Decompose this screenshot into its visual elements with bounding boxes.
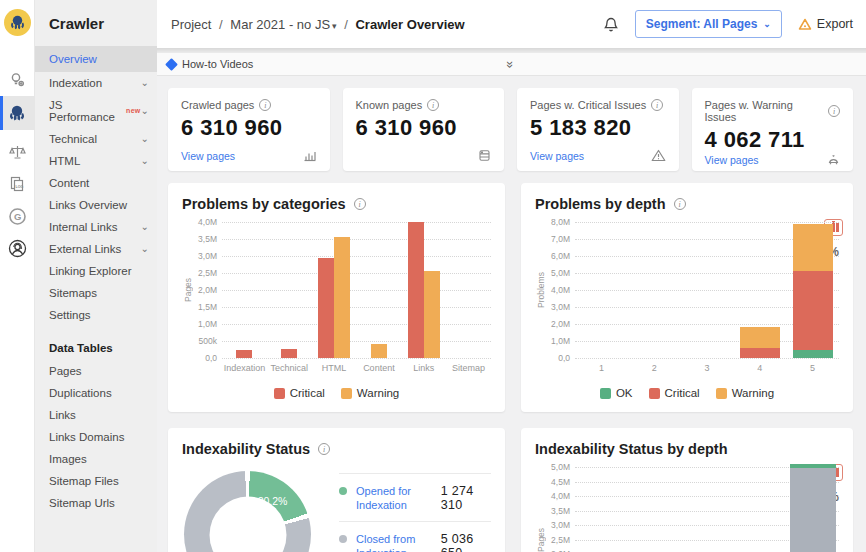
legend-label-link[interactable]: Opened for Indexation: [356, 484, 432, 512]
stacked-bar[interactable]: [684, 467, 730, 552]
stacked-bar[interactable]: [578, 467, 624, 552]
collapse-double-chevron-icon[interactable]: »: [503, 60, 518, 67]
segment-closed-from-indexation[interactable]: [790, 468, 836, 552]
sidebar-item-content[interactable]: Content: [35, 172, 157, 194]
sidebar-item-html[interactable]: HTML⌄: [35, 150, 157, 172]
segment-warning[interactable]: [740, 327, 780, 347]
bar-warning[interactable]: [371, 344, 387, 358]
segment-ok[interactable]: [793, 350, 833, 359]
y-tick-label: 2,0M: [551, 319, 570, 329]
crawler-octopus-icon[interactable]: [0, 96, 35, 130]
stacked-bar[interactable]: [793, 222, 833, 358]
kpi-label: Crawled pagesi: [181, 99, 317, 111]
bar-slot-links: [401, 222, 446, 358]
app-window: LOG G Crawler OverviewIndexation⌄JS Perf…: [0, 0, 866, 552]
legend-item-warning[interactable]: Warning: [716, 387, 774, 399]
view-pages-link[interactable]: View pages: [705, 154, 759, 166]
bar-slot-1: [575, 467, 628, 552]
sidebar-item-label: Internal Links: [49, 221, 117, 233]
y-tick-label: 5,0M: [551, 268, 570, 278]
segment-critical[interactable]: [740, 348, 780, 358]
info-icon[interactable]: i: [427, 99, 439, 111]
view-pages-link[interactable]: View pages: [181, 150, 235, 162]
sidebar-item-links-domains[interactable]: Links Domains: [35, 426, 157, 448]
stacked-bar[interactable]: [737, 467, 783, 552]
botify-logo[interactable]: [4, 9, 31, 36]
info-icon[interactable]: i: [259, 99, 271, 111]
legend-label-link[interactable]: Closed from Indexation: [356, 532, 432, 552]
log-files-icon[interactable]: LOG: [0, 168, 35, 200]
sidebar-item-overview[interactable]: Overview: [35, 46, 157, 72]
legend-item-critical[interactable]: Critical: [274, 387, 325, 399]
kpi-value: 4 062 711: [705, 127, 841, 153]
breadcrumb-project-selector[interactable]: Mar 2021 - no JS: [230, 17, 330, 32]
stacked-bar[interactable]: [687, 222, 727, 358]
stacked-bar[interactable]: [581, 222, 621, 358]
sidebar-item-linking-explorer[interactable]: Linking Explorer: [35, 260, 157, 282]
segment-selector-button[interactable]: Segment: All Pages⌄: [635, 10, 782, 38]
chevron-down-icon: ⌄: [141, 136, 149, 142]
donut-chart[interactable]: 20.2%: [184, 471, 311, 552]
bar-slot-2: [628, 467, 681, 552]
sidebar-item-sitemap-urls[interactable]: Sitemap Urls: [35, 492, 157, 514]
sidebar-item-external-links[interactable]: External Links⌄: [35, 238, 157, 260]
sidebar-item-indexation[interactable]: Indexation⌄: [35, 72, 157, 94]
sidebar-item-links-overview[interactable]: Links Overview: [35, 194, 157, 216]
g-circle-icon[interactable]: G: [0, 200, 35, 232]
icon-rail: LOG G: [0, 0, 35, 552]
sidebar-item-sitemap-files[interactable]: Sitemap Files: [35, 470, 157, 492]
x-tick-label: Links: [401, 363, 446, 373]
ideas-lightbulb-icon[interactable]: [0, 64, 35, 96]
breadcrumb-root[interactable]: Project: [171, 17, 211, 32]
sidebar-item-internal-links[interactable]: Internal Links⌄: [35, 216, 157, 238]
bar-critical[interactable]: [408, 222, 424, 358]
stacked-bar[interactable]: [634, 222, 674, 358]
sidebar-title: Crawler: [35, 0, 157, 46]
x-tick-label: Sitemap: [446, 363, 491, 373]
view-pages-link[interactable]: View pages: [530, 150, 584, 162]
sidebar-item-duplications[interactable]: Duplications: [35, 382, 157, 404]
info-icon[interactable]: i: [318, 443, 330, 455]
segment-warning[interactable]: [793, 224, 833, 272]
sidebar-item-settings[interactable]: Settings: [35, 304, 157, 326]
legend-label: Critical: [665, 387, 700, 399]
x-tick-label: 5: [786, 363, 839, 373]
y-tick-label: 4,0M: [551, 491, 570, 501]
top-bar: Project / Mar 2021 - no JS▾ / Crawler Ov…: [157, 0, 866, 48]
sidebar-item-js-performance[interactable]: JS Performancenew⌄: [35, 94, 157, 128]
sidebar-item-sitemaps[interactable]: Sitemaps: [35, 282, 157, 304]
info-icon[interactable]: i: [651, 99, 663, 111]
chevron-down-icon[interactable]: ▾: [332, 21, 337, 31]
stacked-bar[interactable]: [740, 222, 780, 358]
bar-critical[interactable]: [318, 258, 334, 358]
howto-videos-label[interactable]: How-to Videos: [182, 58, 253, 70]
y-tick-label: 8,0M: [551, 217, 570, 227]
support-headset-icon[interactable]: [0, 232, 35, 264]
info-icon[interactable]: i: [354, 198, 366, 210]
kpi-card-pages-w-warning-issues: Pages w. Warning Issuesi4 062 711View pa…: [692, 88, 854, 171]
sidebar-item-label: Images: [49, 453, 87, 465]
bar-critical[interactable]: [236, 350, 252, 358]
bar-critical[interactable]: [281, 349, 297, 358]
bar-slot-content: [356, 222, 401, 358]
legend-item-ok[interactable]: OK: [600, 387, 633, 399]
legend-item-warning[interactable]: Warning: [341, 387, 399, 399]
sidebar-item-links[interactable]: Links: [35, 404, 157, 426]
scales-icon[interactable]: [0, 136, 35, 168]
export-button[interactable]: Export: [798, 17, 853, 31]
bar-warning[interactable]: [424, 271, 440, 358]
plot-area: [575, 467, 839, 552]
stacked-bar[interactable]: [631, 467, 677, 552]
notifications-bell-icon[interactable]: [603, 16, 619, 33]
info-icon[interactable]: i: [674, 198, 686, 210]
howto-diamond-icon: [165, 58, 178, 71]
sidebar-item-pages[interactable]: Pages: [35, 360, 157, 382]
segment-critical[interactable]: [793, 271, 833, 349]
bar-warning[interactable]: [334, 237, 350, 358]
stacked-bar[interactable]: [790, 467, 836, 552]
legend-item-critical[interactable]: Critical: [649, 387, 700, 399]
info-icon[interactable]: i: [828, 105, 840, 117]
sidebar-item-technical[interactable]: Technical⌄: [35, 128, 157, 150]
sidebar-item-images[interactable]: Images: [35, 448, 157, 470]
svg-text:G: G: [14, 211, 21, 222]
